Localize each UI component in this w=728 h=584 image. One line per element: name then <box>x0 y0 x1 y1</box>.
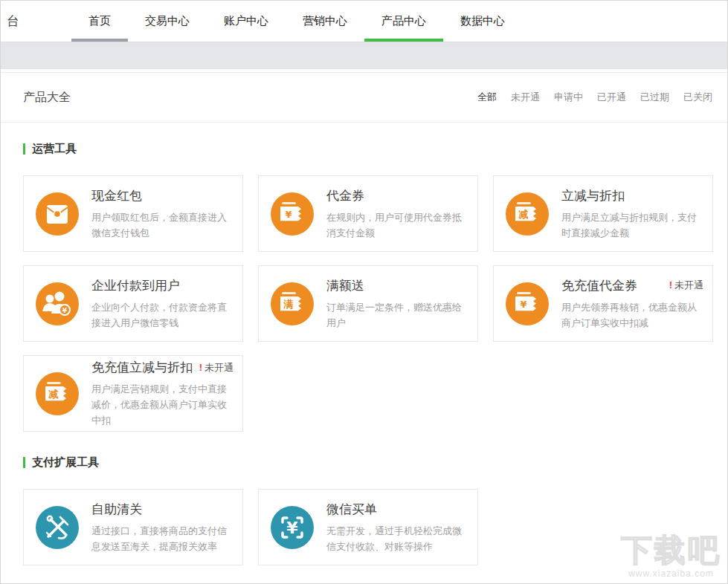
discount-voucher-icon: 减 <box>36 372 79 415</box>
card-main: 满额送订单满足一定条件，赠送优惠给用户 <box>326 277 468 331</box>
section-1: 支付扩展工具自助清关通过接口，直接将商品的支付信息发送至海关，提高报关效率¥微信… <box>23 455 715 579</box>
nav-tab-2[interactable]: 账户中心 <box>207 1 286 42</box>
product-title: 自助清关 <box>91 501 142 518</box>
product-description: 用户满足立减与折扣规则，支付时直接减少金额 <box>561 210 703 241</box>
card-main: 代金券在规则内，用户可使用代金券抵消支付金额 <box>326 187 468 241</box>
product-description: 无需开发，通过手机轻松完成微信支付收款、对账等操作 <box>326 523 468 554</box>
card-title-row: 代金券 <box>326 187 468 204</box>
card-main: 现金红包用户领取红包后，金额直接进入微信支付钱包 <box>91 187 233 241</box>
card-main: 免充值代金券!未开通用户先领券再核销，优惠金额从商户订单实收中扣减 <box>561 277 703 331</box>
filter-0[interactable]: 全部 <box>477 91 497 104</box>
status-badge-not-activated: !未开通 <box>195 361 233 374</box>
card-title-row: 免充值立减与折扣!未开通 <box>91 359 233 376</box>
product-card[interactable]: ¥代金券在规则内，用户可使用代金券抵消支付金额 <box>258 175 478 252</box>
filter-4[interactable]: 已过期 <box>640 91 669 104</box>
card-main: 免充值立减与折扣!未开通用户满足营销规则，支付中直接减价，优惠金额从商户订单实收… <box>91 359 233 428</box>
product-title: 代金券 <box>326 187 364 204</box>
red-envelope-icon <box>36 192 79 236</box>
nav-tab-3[interactable]: 营销中心 <box>286 1 364 42</box>
sub-nav-band <box>1 42 727 69</box>
nav-tab-label: 产品中心 <box>381 14 426 28</box>
product-card[interactable]: 现金红包用户领取红包后，金额直接进入微信支付钱包 <box>23 175 243 252</box>
svg-text:满: 满 <box>283 298 294 309</box>
product-description: 用户领取红包后，金额直接进入微信支付钱包 <box>91 210 233 241</box>
corporate-payment-icon: ¥ <box>36 282 79 325</box>
product-title: 企业付款到用户 <box>91 277 180 294</box>
product-title: 现金红包 <box>91 187 142 204</box>
panel-body: 运营工具现金红包用户领取红包后，金额直接进入微信支付钱包¥代金券在规则内，用户可… <box>1 123 727 579</box>
voucher-icon: ¥ <box>271 192 314 236</box>
product-card[interactable]: 自助清关通过接口，直接将商品的支付信息发送至海关，提高报关效率 <box>23 489 243 565</box>
product-description: 订单满足一定条件，赠送优惠给用户 <box>326 299 468 331</box>
content-panel: 产品大全 全部未开通申请中已开通已过期已关闭 运营工具现金红包用户领取红包后，金… <box>1 72 727 584</box>
top-navigation: 台 首页交易中心账户中心营销中心产品中心数据中心 <box>1 1 727 42</box>
nav-tab-1[interactable]: 交易中心 <box>128 1 207 42</box>
card-grid: 自助清关通过接口，直接将商品的支付信息发送至海关，提高报关效率¥微信买单无需开发… <box>23 489 715 579</box>
customs-clearance-icon <box>36 506 79 549</box>
status-badge-not-activated: !未开通 <box>665 279 703 292</box>
product-card[interactable]: 满满额送订单满足一定条件，赠送优惠给用户 <box>258 265 478 342</box>
card-title-row: 自助清关 <box>91 501 233 518</box>
status-badge-label: 未开通 <box>674 279 703 291</box>
card-title-row: 免充值代金券!未开通 <box>561 277 703 294</box>
card-grid: 现金红包用户领取红包后，金额直接进入微信支付钱包¥代金券在规则内，用户可使用代金… <box>23 175 715 445</box>
page-title: 产品大全 <box>23 90 71 106</box>
product-title: 免充值立减与折扣 <box>91 359 193 376</box>
product-title: 立减与折扣 <box>561 187 625 204</box>
nav-tabs: 首页交易中心账户中心营销中心产品中心数据中心 <box>71 1 522 42</box>
wechat-bill-icon: ¥ <box>271 506 314 549</box>
panel-header: 产品大全 全部未开通申请中已开通已过期已关闭 <box>1 73 727 123</box>
section-0: 运营工具现金红包用户领取红包后，金额直接进入微信支付钱包¥代金券在规则内，用户可… <box>23 142 715 445</box>
svg-text:¥: ¥ <box>62 307 68 314</box>
svg-text:¥: ¥ <box>520 298 526 309</box>
svg-text:减: 减 <box>48 388 59 399</box>
card-title-row: 现金红包 <box>91 187 233 204</box>
nav-tab-label: 交易中心 <box>145 14 190 28</box>
product-description: 用户先领券再核销，优惠金额从商户订单实收中扣减 <box>561 299 703 331</box>
section-accent-bar <box>23 457 25 468</box>
card-title-row: 企业付款到用户 <box>91 277 233 294</box>
section-title: 支付扩展工具 <box>23 455 715 470</box>
product-title: 微信买单 <box>326 501 377 518</box>
merchant-platform-page: 台 首页交易中心账户中心营销中心产品中心数据中心 产品大全 全部未开通申请中已开… <box>0 0 728 584</box>
svg-text:减: 减 <box>518 208 529 219</box>
exclamation-icon: ! <box>199 362 202 373</box>
product-card[interactable]: 减立减与折扣用户满足立减与折扣规则，支付时直接减少金额 <box>493 175 713 252</box>
product-description: 企业向个人付款，付款资金将直接进入用户微信零钱 <box>91 299 233 331</box>
card-main: 企业付款到用户企业向个人付款，付款资金将直接进入用户微信零钱 <box>91 277 233 331</box>
nav-tab-0[interactable]: 首页 <box>71 1 128 42</box>
logo-partial-text: 台 <box>1 1 71 42</box>
discount-voucher-icon: 减 <box>506 192 549 236</box>
status-badge-label: 未开通 <box>204 362 233 373</box>
nav-tab-5[interactable]: 数据中心 <box>443 1 522 42</box>
full-amount-gift-icon: 满 <box>271 282 314 325</box>
product-card[interactable]: ¥企业付款到用户企业向个人付款，付款资金将直接进入用户微信零钱 <box>23 265 243 342</box>
nav-tab-label: 首页 <box>88 14 111 28</box>
filter-1[interactable]: 未开通 <box>511 91 540 104</box>
product-card[interactable]: 减免充值立减与折扣!未开通用户满足营销规则，支付中直接减价，优惠金额从商户订单实… <box>23 355 243 432</box>
filter-5[interactable]: 已关闭 <box>683 91 712 104</box>
card-title-row: 满额送 <box>326 277 468 294</box>
card-title-row: 立减与折扣 <box>561 187 703 204</box>
product-card[interactable]: ¥微信买单无需开发，通过手机轻松完成微信支付收款、对账等操作 <box>258 489 478 565</box>
nav-tab-label: 营销中心 <box>303 14 347 28</box>
nav-tab-4[interactable]: 产品中心 <box>364 1 443 42</box>
card-main: 立减与折扣用户满足立减与折扣规则，支付时直接减少金额 <box>561 187 703 241</box>
section-accent-bar <box>23 143 25 155</box>
status-filters: 全部未开通申请中已开通已过期已关闭 <box>477 91 712 104</box>
nav-tab-label: 数据中心 <box>460 14 505 28</box>
filter-3[interactable]: 已开通 <box>597 91 626 104</box>
card-main: 自助清关通过接口，直接将商品的支付信息发送至海关，提高报关效率 <box>91 501 233 554</box>
product-title: 免充值代金券 <box>561 277 637 294</box>
svg-text:¥: ¥ <box>285 208 291 219</box>
tab-underline-green <box>364 39 443 42</box>
svg-text:¥: ¥ <box>286 519 298 537</box>
product-description: 用户满足营销规则，支付中直接减价，优惠金额从商户订单实收中扣 <box>91 381 233 428</box>
section-title-label: 运营工具 <box>32 142 77 156</box>
filter-2[interactable]: 申请中 <box>554 91 583 104</box>
nav-tab-label: 账户中心 <box>224 14 268 28</box>
product-title: 满额送 <box>326 277 364 294</box>
product-card[interactable]: ¥免充值代金券!未开通用户先领券再核销，优惠金额从商户订单实收中扣减 <box>493 265 713 342</box>
product-description: 通过接口，直接将商品的支付信息发送至海关，提高报关效率 <box>91 523 233 554</box>
card-title-row: 微信买单 <box>326 501 468 518</box>
